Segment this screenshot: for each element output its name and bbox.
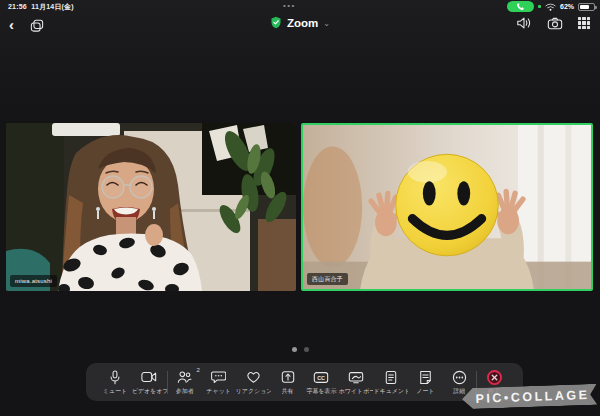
- battery-icon: [578, 3, 595, 11]
- video-tile-participant-2-active[interactable]: 西山百合子: [301, 123, 593, 291]
- participants-button[interactable]: 2 参加者: [168, 369, 202, 396]
- microphone-icon: [108, 369, 122, 385]
- note-icon: [419, 369, 432, 385]
- switch-camera-icon[interactable]: [547, 17, 563, 30]
- camera-in-use-dot: [538, 5, 541, 8]
- heart-icon: [246, 369, 261, 385]
- svg-text:CC: CC: [318, 374, 326, 380]
- cc-icon: CC: [313, 369, 329, 385]
- chat-bubble-icon: [211, 369, 226, 385]
- status-time: 21:56: [8, 3, 27, 10]
- wifi-icon: [545, 3, 556, 11]
- nav-bar: ‹ Zoom ⌄: [0, 14, 600, 38]
- video-grid: miwa.atsushi: [0, 123, 600, 291]
- mute-button[interactable]: ミュート: [98, 369, 132, 396]
- document-icon: [385, 369, 397, 385]
- status-bar: 21:56 11月14日(金) ••• 62%: [0, 1, 600, 12]
- notes-button[interactable]: ノート: [408, 369, 442, 396]
- encryption-shield-icon: [270, 16, 282, 29]
- active-call-pill-icon[interactable]: [507, 1, 534, 12]
- share-button[interactable]: 共有: [271, 369, 305, 396]
- participant-2-video: [303, 125, 591, 289]
- share-screen-icon: [281, 369, 295, 385]
- status-date: 11月14日(金): [31, 3, 74, 10]
- participants-icon: [177, 369, 192, 385]
- multitask-dots-icon: •••: [283, 1, 296, 10]
- video-camera-icon: [141, 369, 157, 385]
- end-call-x-icon: [487, 369, 502, 385]
- zoom-meeting-screen: 21:56 11月14日(金) ••• 62% ‹: [0, 0, 600, 416]
- participant-2-name-tag: 西山百合子: [307, 273, 348, 285]
- phone-icon: [516, 2, 525, 11]
- meeting-toolbar: ミュート ビデオをオフ 2 参加者: [86, 363, 523, 401]
- chat-button[interactable]: チャット: [202, 369, 236, 396]
- documents-button[interactable]: ドキュメント: [373, 369, 408, 396]
- participant-1-video: [6, 123, 296, 291]
- clock-date: 21:56 11月14日(金): [8, 2, 74, 12]
- apps-grid-icon[interactable]: [578, 17, 591, 30]
- video-tile-participant-1[interactable]: miwa.atsushi: [6, 123, 296, 291]
- participants-count-badge: 2: [196, 367, 199, 373]
- page-dot-2[interactable]: [304, 347, 309, 352]
- show-captions-button[interactable]: CC 字幕を表示: [305, 369, 339, 396]
- app-title: Zoom: [287, 17, 318, 29]
- whiteboard-icon: [348, 369, 364, 385]
- participant-1-name-tag: miwa.atsushi: [10, 275, 57, 287]
- speaker-icon[interactable]: [516, 16, 532, 30]
- reactions-button[interactable]: リアクション: [236, 369, 271, 396]
- gallery-pagination: [0, 347, 600, 352]
- battery-percent: 62%: [560, 3, 574, 10]
- meeting-title-group[interactable]: Zoom ⌄: [0, 16, 600, 29]
- more-ellipsis-icon: [452, 369, 467, 385]
- stop-video-button[interactable]: ビデオをオフ: [132, 369, 167, 396]
- whiteboard-button[interactable]: ホワイトボード: [338, 369, 373, 396]
- page-dot-1[interactable]: [292, 347, 297, 352]
- chevron-down-icon: ⌄: [323, 19, 330, 28]
